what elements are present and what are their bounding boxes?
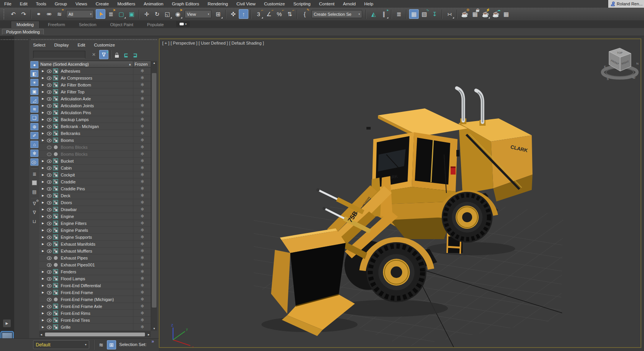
dock-expand-button[interactable]: ▶ <box>3 319 11 327</box>
render-gallery-icon[interactable]: ▦ <box>501 9 511 19</box>
bind-to-space-warp-icon[interactable]: ≋⚭ <box>55 9 64 19</box>
expand-all-icon[interactable]: ≣ <box>30 170 38 178</box>
display-hidden-icon[interactable] <box>30 158 38 166</box>
frozen-icon[interactable]: ✻ <box>139 276 145 281</box>
visibility-toggle-icon[interactable] <box>47 311 52 316</box>
frozen-icon[interactable]: ✻ <box>139 324 145 329</box>
compass-e-label[interactable]: E <box>604 65 606 68</box>
percent-snap-toggle-icon[interactable]: %⌐ <box>275 9 284 19</box>
spinner-snap-toggle-icon[interactable]: ⇅⌐ <box>285 9 295 19</box>
visibility-toggle-icon[interactable] <box>47 297 52 302</box>
visibility-toggle-icon[interactable] <box>47 75 52 80</box>
align-icon[interactable]: ∥▸ <box>379 9 389 19</box>
pick-parent-button[interactable]: ⊑ <box>122 51 130 59</box>
frozen-icon[interactable]: ✻ <box>139 151 145 156</box>
visibility-toggle-icon[interactable] <box>47 207 52 212</box>
horizontal-scrollbar[interactable]: ◂ ▸ <box>39 331 151 337</box>
expand-arrow-icon[interactable]: ▶ <box>42 291 47 294</box>
frozen-icon[interactable]: ✻ <box>139 82 145 87</box>
menu-arnold[interactable]: Arnold <box>339 0 360 8</box>
frozen-icon[interactable]: ✻ <box>139 179 145 184</box>
table-row[interactable]: ▶Air Compressors✻ <box>39 75 151 82</box>
frozen-icon[interactable]: ✻ <box>139 228 145 233</box>
table-row[interactable]: ▶Front-End Frame✻ <box>39 289 151 296</box>
frozen-icon[interactable]: ✻ <box>139 117 145 122</box>
menu-file[interactable]: File <box>0 0 16 8</box>
visibility-toggle-icon[interactable] <box>47 193 52 198</box>
named-selection-set-combo[interactable]: Create Selection Se▾ <box>311 10 362 18</box>
expand-arrow-icon[interactable]: ▶ <box>42 187 47 190</box>
tab-freeform[interactable]: Freeform <box>43 21 71 28</box>
expand-arrow-icon[interactable]: ▶ <box>42 70 47 73</box>
visibility-toggle-icon[interactable] <box>47 96 52 101</box>
frozen-icon[interactable]: ✻ <box>139 89 145 94</box>
toggle-scene-explorer-icon[interactable]: ▦ <box>409 9 419 19</box>
frozen-icon[interactable]: ✻ <box>139 269 145 274</box>
expand-arrow-icon[interactable]: ▶ <box>42 118 47 121</box>
expand-arrow-icon[interactable]: ▶ <box>42 208 47 211</box>
tab-selection[interactable]: Selection <box>73 21 102 28</box>
table-row[interactable]: ▶Backup Lamps✻ <box>39 116 151 123</box>
expand-arrow-icon[interactable]: ▶ <box>42 277 47 280</box>
user-account-badge[interactable]: Roland Ren... <box>608 0 644 8</box>
visibility-toggle-icon[interactable] <box>47 89 52 94</box>
table-row[interactable]: ▶Bucket✻ <box>39 158 151 165</box>
table-row[interactable]: ▶Deck✻ <box>39 192 151 199</box>
frozen-icon[interactable]: ✻ <box>139 262 145 267</box>
display-space-warps-icon[interactable]: ≋ <box>30 105 38 113</box>
named-selection-set-combo[interactable]: Default ▾ <box>33 340 89 349</box>
expand-arrow-icon[interactable]: ▶ <box>42 90 47 93</box>
expand-arrow-icon[interactable]: ▶ <box>42 125 47 128</box>
frozen-icon[interactable]: ✻ <box>139 131 145 136</box>
viewport-label[interactable]: [ + ] [ Perspective ] [ User Defined ] [… <box>162 41 264 45</box>
frozen-icon[interactable]: ✻ <box>139 221 145 226</box>
menu-edit[interactable]: Edit <box>16 0 32 8</box>
pin-explorer-icon[interactable] <box>30 179 38 186</box>
frozen-icon[interactable]: ✻ <box>139 96 145 101</box>
display-geometry-icon[interactable]: ◧ <box>30 70 38 77</box>
table-row[interactable]: ▶Articulation Pins✻ <box>39 109 151 116</box>
scroll-down-icon[interactable]: ▾ <box>151 327 157 330</box>
rectangular-selection-region-icon[interactable]: ▢ <box>116 9 126 19</box>
visibility-toggle-icon[interactable] <box>47 172 52 177</box>
visibility-toggle-icon[interactable] <box>47 214 52 219</box>
clear-search-icon[interactable]: ✕ <box>91 52 97 58</box>
frozen-icon[interactable]: ✻ <box>139 214 145 219</box>
table-row[interactable]: ▶Air Filter Top✻ <box>39 88 151 95</box>
frozen-icon[interactable]: ✻ <box>139 138 145 143</box>
select-object-icon[interactable]: ➤ <box>96 9 105 19</box>
scroll-left-icon[interactable]: ◂ <box>40 333 42 336</box>
visibility-toggle-icon[interactable] <box>47 324 52 329</box>
frozen-column-header[interactable]: Frozen <box>135 62 151 67</box>
frozen-icon[interactable]: ✻ <box>139 248 145 253</box>
expand-arrow-icon[interactable]: ▶ <box>42 270 47 273</box>
visibility-toggle-icon[interactable] <box>47 110 52 115</box>
select-and-link-icon[interactable]: ⚭ <box>34 9 43 19</box>
use-pivot-point-icon[interactable]: ⊞ <box>213 9 223 19</box>
mirror-icon[interactable]: ◭ <box>369 9 378 19</box>
viewcube[interactable]: TOP FRONT RIGHT E S W N <box>602 48 639 81</box>
expand-arrow-icon[interactable]: ▶ <box>42 173 47 176</box>
overflow-chevrons-icon[interactable]: » <box>151 339 154 344</box>
explorer-menu-select[interactable]: Select <box>33 42 45 48</box>
explorer-menu-customize[interactable]: Customize <box>94 42 115 48</box>
advanced-filter-icon[interactable]: ∇⚙ <box>30 200 38 207</box>
frozen-icon[interactable]: ✻ <box>139 145 145 150</box>
frozen-icon[interactable]: ✻ <box>139 186 145 191</box>
curve-editor-icon[interactable]: ▧∿ <box>419 9 429 19</box>
table-row[interactable]: ▶Engine✻ <box>39 213 151 220</box>
frozen-icon[interactable]: ✻ <box>139 165 145 170</box>
visibility-toggle-icon[interactable] <box>47 145 52 150</box>
select-and-manipulate-icon[interactable]: ✜ <box>228 9 238 19</box>
frozen-icon[interactable]: ✻ <box>139 193 145 198</box>
menu-scripting[interactable]: Scripting <box>289 0 315 8</box>
visibility-toggle-icon[interactable] <box>47 138 52 143</box>
frozen-icon[interactable]: ✻ <box>139 235 145 240</box>
frozen-icon[interactable]: ✻ <box>139 103 145 108</box>
visibility-toggle-icon[interactable] <box>47 68 52 73</box>
viewcube-top-label[interactable]: TOP <box>617 52 623 54</box>
table-row[interactable]: ▶Doors✻ <box>39 199 151 206</box>
expand-arrow-icon[interactable]: ▶ <box>42 139 47 142</box>
frozen-icon[interactable]: ✻ <box>139 311 145 316</box>
snaps-toggle-icon[interactable]: 3⌐ <box>254 9 263 19</box>
